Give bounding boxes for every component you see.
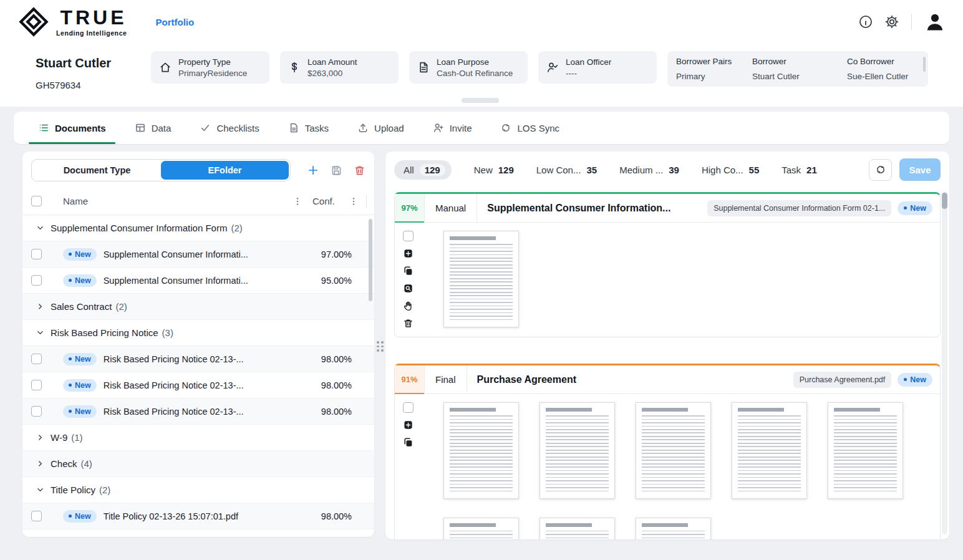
filter-medium-confidence[interactable]: Medium ... 39 [619, 165, 679, 175]
document-name: Title Policy 02-13-26 15:07:01.pdf [104, 511, 298, 521]
chevron-right-icon[interactable] [36, 302, 45, 311]
page-thumbnail[interactable] [540, 518, 615, 539]
pairs-cell: Sue-Ellen Cutler [847, 72, 919, 81]
settings-button[interactable] [885, 15, 899, 29]
filter-high-confidence[interactable]: High Co... 55 [702, 165, 759, 175]
file-name-chip[interactable]: Purchase Agreement.pdf [793, 372, 892, 388]
tab-tasks[interactable]: Tasks [274, 112, 343, 144]
group-row-sales-contract[interactable]: Sales Contract (2) [22, 294, 374, 320]
filter-new[interactable]: New 129 [474, 165, 514, 175]
row-checkbox[interactable] [31, 249, 42, 259]
info-button[interactable] [859, 15, 873, 29]
search-document-button[interactable] [403, 283, 414, 294]
tab-documents[interactable]: Documents [24, 112, 120, 144]
save-button[interactable]: Save [899, 158, 941, 181]
row-checkbox[interactable] [31, 406, 42, 417]
viewer-scrollbar-track[interactable] [942, 191, 947, 534]
file-name-chip[interactable]: Supplemental Consumer Information Form 0… [707, 200, 891, 216]
row-checkbox[interactable] [31, 511, 42, 521]
page-thumbnail[interactable] [636, 402, 711, 499]
group-row-check[interactable]: Check (4) [22, 451, 374, 477]
page-thumbnail[interactable] [828, 402, 903, 499]
card-value: PrimaryResidence [178, 69, 247, 78]
nav-portfolio[interactable]: Portfolio [156, 17, 195, 27]
page-thumbnail[interactable] [443, 518, 519, 539]
document-row[interactable]: New Title Policy 02-13-26 15:07:01.pdf 9… [22, 503, 374, 529]
add-document-button[interactable] [307, 164, 319, 176]
refresh-button[interactable] [869, 159, 892, 181]
brand-logo[interactable]: TRUE Lending Intelligence [17, 6, 127, 38]
document-row[interactable]: New Risk Based Pricing Notice 02-13-... … [22, 398, 374, 425]
row-checkbox[interactable] [31, 380, 42, 390]
card-checkbox[interactable] [403, 402, 414, 413]
confidence-column-menu[interactable] [349, 196, 359, 206]
filter-all[interactable]: All 129 [394, 160, 452, 180]
filter-task[interactable]: Task 21 [782, 165, 817, 175]
chevron-right-icon[interactable] [36, 433, 45, 442]
pairs-scrollbar[interactable] [923, 57, 926, 72]
new-badge: New [63, 510, 97, 523]
add-page-button[interactable] [403, 248, 414, 259]
group-row-w9[interactable]: W-9 (1) [22, 425, 374, 451]
group-title: Risk Based Pricing Notice [51, 327, 158, 338]
cards-scrollbar[interactable] [462, 98, 499, 103]
copy-pages-button[interactable] [403, 266, 414, 276]
copy-pages-button[interactable] [403, 437, 414, 448]
pairs-header: Borrower Pairs [676, 57, 752, 66]
group-row-supplemental[interactable]: Supplemental Consumer Information Form (… [22, 215, 374, 241]
document-row[interactable]: New Supplemental Consumer Informati... 9… [22, 268, 374, 294]
column-resize-handle[interactable] [366, 195, 367, 208]
chevron-down-icon[interactable] [36, 328, 45, 337]
filter-low-confidence[interactable]: Low Con... 35 [536, 165, 597, 175]
page-thumbnail[interactable] [443, 402, 519, 499]
add-page-button[interactable] [403, 420, 414, 430]
tab-los-sync[interactable]: LOS Sync [486, 112, 574, 144]
badge-dot [904, 378, 907, 381]
panel-resize-handle[interactable] [377, 341, 384, 352]
page-thumbnails [421, 394, 940, 539]
brand-tagline: Lending Intelligence [56, 29, 127, 37]
group-row-title-policy[interactable]: Title Policy (2) [22, 477, 374, 503]
new-badge: New [63, 379, 97, 392]
page-thumbnail[interactable] [443, 231, 519, 327]
copy-icon [403, 266, 414, 276]
toggle-document-type[interactable]: Document Type [33, 161, 161, 180]
filter-count: 21 [806, 165, 817, 175]
save-documents-button[interactable] [331, 165, 342, 176]
viewer-scrollbar-thumb[interactable] [942, 193, 947, 209]
delete-page-button[interactable] [403, 318, 414, 329]
name-column-menu[interactable] [293, 196, 302, 206]
delete-documents-button[interactable] [354, 165, 365, 176]
tab-checklists[interactable]: Checklists [185, 112, 273, 144]
confidence-badge: 97% [395, 194, 425, 222]
person-check-icon [546, 61, 559, 74]
list-scrollbar[interactable] [369, 219, 372, 301]
tab-upload[interactable]: Upload [343, 112, 419, 144]
group-count: (1) [71, 432, 82, 443]
chevron-down-icon[interactable] [36, 485, 45, 495]
pan-tool-button[interactable] [403, 301, 414, 311]
select-all-checkbox[interactable] [31, 196, 42, 206]
document-list-panel: Document Type EFolder [22, 152, 374, 537]
account-button[interactable] [924, 11, 946, 32]
tab-data[interactable]: Data [120, 112, 186, 144]
trash-icon [354, 165, 365, 176]
page-thumbnail[interactable] [636, 518, 711, 539]
document-row[interactable]: New Risk Based Pricing Notice 02-13-... … [22, 372, 374, 398]
document-row[interactable]: New Supplemental Consumer Informati... 9… [22, 241, 374, 268]
filter-count: 35 [586, 165, 597, 175]
tab-invite[interactable]: Invite [419, 112, 486, 144]
brand-name: TRUE [60, 7, 127, 27]
group-row-risk-based-pricing[interactable]: Risk Based Pricing Notice (3) [22, 320, 374, 346]
page-thumbnail[interactable] [732, 402, 807, 499]
badge-dot [69, 279, 72, 282]
chevron-down-icon[interactable] [36, 223, 45, 233]
page-thumbnail[interactable] [540, 402, 615, 499]
chevron-right-icon[interactable] [36, 459, 45, 468]
toggle-efolder[interactable]: EFolder [161, 161, 289, 180]
card-checkbox[interactable] [403, 231, 414, 241]
document-row[interactable]: New Risk Based Pricing Notice 02-13-... … [22, 346, 374, 372]
badge-dot [904, 206, 907, 210]
row-checkbox[interactable] [31, 275, 42, 286]
row-checkbox[interactable] [31, 354, 42, 364]
